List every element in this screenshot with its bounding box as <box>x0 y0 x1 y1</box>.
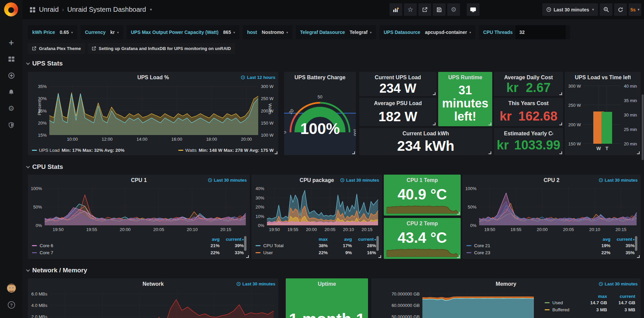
legend-swatch[interactable] <box>32 150 37 151</box>
panel-average-psu-load: Average PSU Load 182 W <box>359 98 436 126</box>
panel-title[interactable]: Current Load kWh <box>369 131 482 137</box>
sidebar-alerting-button[interactable] <box>0 85 22 99</box>
legend-swatch[interactable] <box>466 252 471 253</box>
save-dashboard-button[interactable] <box>433 3 446 16</box>
legend-sort-header[interactable]: max <box>304 237 328 242</box>
legend-series-name[interactable]: Used <box>545 300 579 305</box>
grafana-logo[interactable] <box>4 2 18 16</box>
legend-value: 38% <box>304 243 328 248</box>
panel-title[interactable]: UPS Load vs Time left <box>575 75 631 81</box>
legend-swatch[interactable] <box>32 245 37 246</box>
legend-sort-header[interactable]: current <box>607 294 635 299</box>
legend-sort-header[interactable]: max <box>579 294 607 299</box>
panel-time-range[interactable]: Last 30 minutes <box>236 281 275 286</box>
refresh-button[interactable] <box>614 3 627 16</box>
legend-sort-header[interactable]: current▾ <box>610 237 635 242</box>
section-ups-stats[interactable]: UPS Stats <box>26 60 63 67</box>
legend-series-name[interactable]: User <box>256 250 304 255</box>
panel-title[interactable]: Network <box>38 281 268 287</box>
panel-time-range[interactable]: Last 30 minutes <box>208 178 247 183</box>
legend-scrollbar[interactable] <box>376 236 379 251</box>
section-cpu-stats[interactable]: CPU Stats <box>26 163 63 171</box>
legend-swatch[interactable] <box>256 245 261 246</box>
chart-canvas[interactable] <box>49 84 258 135</box>
save-icon <box>436 7 442 12</box>
legend-sort-header[interactable]: current▾ <box>220 237 244 242</box>
legend-swatch[interactable] <box>178 150 183 151</box>
bar-T[interactable] <box>601 112 612 144</box>
panel-title[interactable]: Uptime <box>296 281 358 287</box>
legend-series-name[interactable]: Core 23 <box>466 250 586 255</box>
legend-series-name[interactable]: UPS Load <box>39 148 60 153</box>
dashboard-dropdown-caret-icon[interactable]: ▾ <box>150 7 152 12</box>
dashboard-grid-icon[interactable] <box>30 7 36 13</box>
help-button[interactable]: ? <box>0 298 22 312</box>
legend-swatch[interactable] <box>466 245 471 246</box>
legend-swatch[interactable] <box>256 252 261 253</box>
breadcrumb-root[interactable]: Unraid <box>39 6 59 13</box>
add-panel-button[interactable] <box>389 3 402 16</box>
legend-series-name[interactable]: CPU Total <box>256 243 304 248</box>
legend-scrollbar[interactable] <box>244 236 246 251</box>
legend-swatch[interactable] <box>545 309 550 310</box>
panel-time-range[interactable]: Last 12 hours <box>241 75 275 80</box>
caret-down-icon: ▾ <box>286 31 288 34</box>
variable-value-dropdown[interactable]: 0.65▾ <box>60 30 73 35</box>
section-network-memory[interactable]: Network / Memory <box>26 267 87 274</box>
chart-canvas[interactable] <box>422 290 534 318</box>
panel-title[interactable]: UPS Runtime <box>448 75 482 81</box>
chart-canvas[interactable] <box>267 187 378 225</box>
legend-swatch[interactable] <box>32 252 37 253</box>
legend-series-name[interactable]: Core 7 <box>32 250 195 255</box>
panel-title[interactable]: This Years Cost <box>504 100 553 106</box>
panel-title[interactable]: UPS Battery Charge <box>294 75 346 81</box>
panel-title[interactable]: Estimated Yearly Cost <box>504 131 553 137</box>
star-dashboard-button[interactable]: ☆ <box>404 3 417 16</box>
sidebar-explore-button[interactable] <box>0 69 22 82</box>
refresh-interval-picker[interactable]: 5s ▾ <box>629 3 641 16</box>
legend-series-name[interactable]: Buffered <box>545 307 579 312</box>
chart-canvas[interactable] <box>45 187 246 225</box>
zoom-out-time-button[interactable] <box>600 3 612 16</box>
link-grafana-plex-theme[interactable]: Grafana Plex Theme <box>28 43 85 54</box>
panel-title[interactable]: Current UPS Load <box>369 75 426 81</box>
legend-swatch[interactable] <box>545 302 550 303</box>
legend-scrollbar[interactable] <box>635 236 637 251</box>
panel-time-range[interactable]: Last 30 minutes <box>599 281 638 286</box>
panel-title[interactable]: Average PSU Load <box>369 100 426 106</box>
legend-sort-header[interactable]: avg <box>328 237 352 242</box>
variable-value-dropdown[interactable]: 865▾ <box>223 30 235 35</box>
panel-title[interactable]: UPS Load % <box>38 75 268 81</box>
sidebar-dashboards-button[interactable] <box>0 52 22 66</box>
variable-value-dropdown[interactable]: Telegraf▾ <box>350 30 371 35</box>
panel-title[interactable]: CPU 2 Temp <box>394 221 451 227</box>
chart-canvas[interactable] <box>479 187 637 225</box>
legend-sort-header[interactable]: avg <box>195 237 220 242</box>
breadcrumb-current[interactable]: Unraid System Dashboard <box>67 6 146 13</box>
share-dashboard-button[interactable] <box>418 3 431 16</box>
user-avatar[interactable] <box>0 281 22 295</box>
dashboard-settings-button[interactable]: ⚙ <box>447 3 460 16</box>
time-range-picker[interactable]: Last 30 minutes ▾ <box>542 3 598 16</box>
panel-time-range[interactable]: Last 30 minutes <box>599 178 638 183</box>
legend-sort-header[interactable]: avg <box>586 237 610 242</box>
link-ups-monitoring-guide[interactable]: Setting up Grafana and InfluxDB for UPS … <box>88 43 235 54</box>
panel-title[interactable]: CPU 1 Temp <box>394 177 451 183</box>
sidebar-create-button[interactable]: + <box>0 36 22 49</box>
legend-series-name[interactable]: Watts <box>185 148 197 153</box>
variable-value-dropdown[interactable]: Nostromo▾ <box>262 30 288 35</box>
variable-value-dropdown[interactable]: kr▾ <box>110 30 119 35</box>
panel-title[interactable]: Memory <box>381 281 631 287</box>
page-scrollbar[interactable] <box>642 94 644 160</box>
cpu-threads-input[interactable]: 32 <box>515 25 566 39</box>
legend-series-name[interactable]: Core 21 <box>466 243 586 248</box>
legend-series-name[interactable]: Core 6 <box>32 243 195 248</box>
chart-canvas[interactable] <box>50 290 274 318</box>
legend-sort-header[interactable]: current▾ <box>352 237 376 242</box>
sidebar-server-admin-button[interactable] <box>0 118 22 132</box>
sidebar-configuration-button[interactable]: ⚙ <box>0 102 22 115</box>
variable-value-dropdown[interactable]: apcupsd-container▾ <box>425 30 471 35</box>
panel-time-range[interactable]: Last 30 minutes <box>340 178 379 183</box>
panel-title[interactable]: Average Daily Cost <box>504 75 553 81</box>
tv-kiosk-button[interactable] <box>467 3 479 16</box>
